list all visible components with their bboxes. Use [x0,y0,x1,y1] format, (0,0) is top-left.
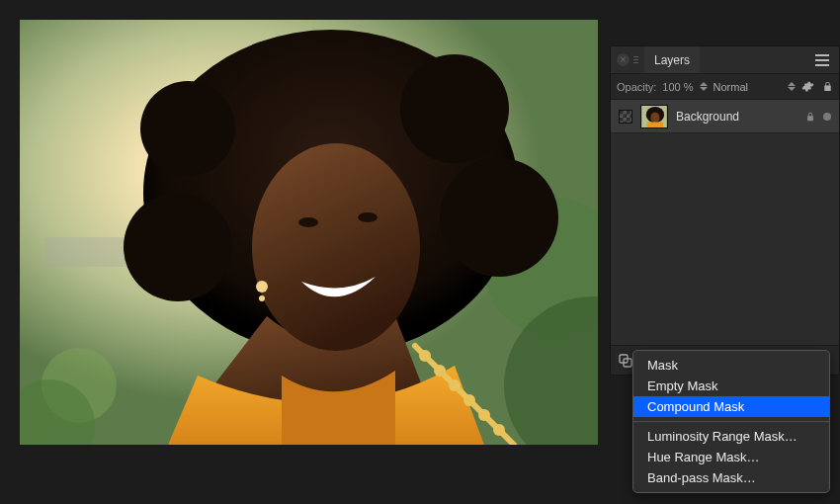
layer-thumbnail[interactable] [640,105,668,128]
svg-point-11 [252,143,420,351]
svg-point-24 [650,112,659,123]
svg-point-17 [434,365,446,377]
svg-point-19 [463,394,475,406]
panel-menu-button[interactable] [811,50,833,70]
svg-point-16 [419,350,431,362]
tab-label: Layers [654,53,690,67]
svg-point-12 [298,217,318,227]
svg-point-10 [124,193,232,301]
blend-mode-select[interactable]: Normal [714,81,782,93]
svg-point-9 [440,158,558,277]
visibility-dot[interactable] [823,113,831,121]
layer-name: Background [676,110,798,124]
opacity-label: Opacity: [617,81,656,93]
svg-point-20 [478,409,490,421]
svg-rect-25 [647,122,664,127]
svg-point-18 [449,379,461,391]
mask-context-menu: Mask Empty Mask Compound Mask Luminosity… [632,350,830,493]
checkerboard-icon [619,110,632,124]
gear-icon[interactable] [801,80,814,93]
canvas-area[interactable] [20,20,598,445]
menu-item-luminosity-range-mask[interactable]: Luminosity Range Mask… [633,426,829,447]
svg-point-7 [140,81,235,176]
menu-item-empty-mask[interactable]: Empty Mask [633,376,829,396]
svg-point-15 [259,295,265,301]
layer-list: Background [611,100,839,345]
opacity-value[interactable]: 100 % [662,81,693,93]
menu-item-hue-range-mask[interactable]: Hue Range Mask… [633,447,829,467]
close-panel-button[interactable]: × [617,53,630,66]
lock-icon[interactable] [822,80,833,93]
menu-item-band-pass-mask[interactable]: Band-pass Mask… [633,467,829,488]
tab-layers[interactable]: Layers [644,46,700,73]
layers-panel: × Layers Opacity: 100 % Normal [610,45,840,376]
opacity-stepper[interactable] [700,82,708,91]
panel-header: × Layers [611,46,839,74]
blend-mode-stepper[interactable] [788,82,796,91]
menu-separator [633,421,829,422]
svg-point-21 [493,424,505,436]
opacity-row: Opacity: 100 % Normal [611,74,839,100]
panel-grip[interactable] [633,56,638,63]
svg-point-8 [400,54,509,163]
menu-item-mask[interactable]: Mask [633,355,829,376]
layer-row[interactable]: Background [611,100,839,133]
document-photo [20,20,598,445]
layer-lock-icon[interactable] [805,111,815,123]
svg-point-14 [256,281,268,293]
menu-item-compound-mask[interactable]: Compound Mask [633,396,829,417]
svg-point-13 [358,212,378,222]
